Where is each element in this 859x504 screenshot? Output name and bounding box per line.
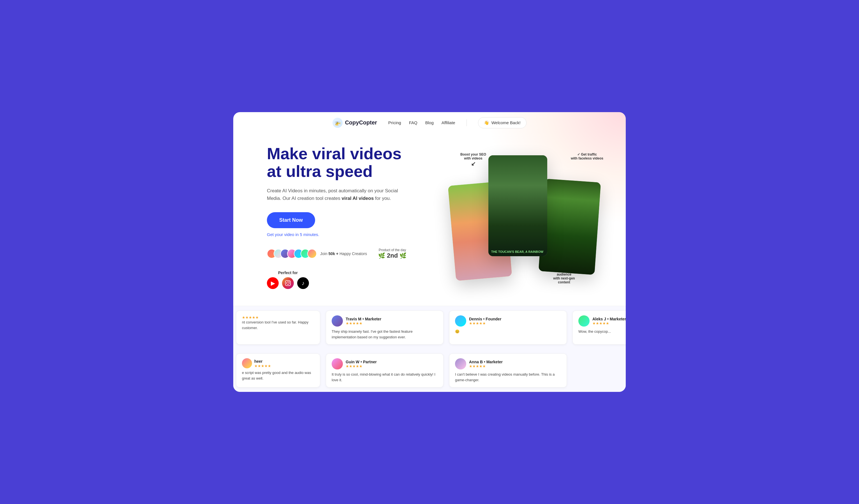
nav-cta-label: Welcome Back! xyxy=(492,120,521,125)
stars-guin: ★★★★★ xyxy=(346,364,377,368)
review-card-partial-1: ★★★★★ nt conversion tool I've used so fa… xyxy=(236,310,320,345)
social-icons: ▶ ♪ xyxy=(267,277,309,289)
avatar-guin xyxy=(332,358,343,369)
join-count: 50k + xyxy=(329,251,338,256)
text-dennis: 😊 xyxy=(455,329,561,334)
info-guin: Guin W • Partner ★★★★★ xyxy=(346,360,377,368)
pod-badge: 🌿 2nd 🌿 xyxy=(378,252,407,259)
join-text: Join 50k + Happy Creators xyxy=(320,251,367,256)
card-toucan-text: THE TOUCAN'S BEAR, A RAINBOW xyxy=(491,250,543,254)
stars-anna: ★★★★★ xyxy=(469,364,503,368)
social-proof: Join 50k + Happy Creators Product of the… xyxy=(267,248,427,289)
text-aleks: Wow, the copycop... xyxy=(578,329,626,334)
review-card-anna: Anna B • Marketer ★★★★★ I can't believe … xyxy=(449,353,567,387)
hero-right: Boost your SEOwith videos ↙ ✓ Get traffi… xyxy=(443,150,603,284)
review-header-anna: Anna B • Marketer ★★★★★ xyxy=(455,358,561,369)
nav-blog[interactable]: Blog xyxy=(425,120,434,125)
hero-section: Make viral videos at ultra speed Create … xyxy=(233,134,626,306)
annotation-seo: Boost your SEOwith videos ↙ xyxy=(460,152,486,167)
review-text-partial-1: nt conversion tool I've used so far. Hap… xyxy=(242,320,314,331)
video-card-lion xyxy=(539,179,601,275)
logo-icon: 🚁 xyxy=(332,118,343,128)
review-header-guin: Guin W • Partner ★★★★★ xyxy=(332,358,438,369)
info-aleks: Aleks J • Marketer ★★★★★ xyxy=(592,317,626,325)
laurel-left: 🌿 xyxy=(378,252,385,259)
text-guin: It truly is so cool, mind-blowing what i… xyxy=(332,372,438,383)
avatar-aleks xyxy=(578,315,590,326)
avatar-anna xyxy=(455,358,466,369)
hero-title-line2: at ultra speed xyxy=(267,162,373,180)
hero-left: Make viral videos at ultra speed Create … xyxy=(267,144,427,289)
navbar: 🚁 CopyCopter Pricing FAQ Blog Affiliate … xyxy=(233,112,626,134)
get-video-link[interactable]: Get your video in 5 minutes. xyxy=(267,232,427,237)
seo-arrow: ↙ xyxy=(460,161,486,167)
name-travis: Travis M • Marketer xyxy=(346,317,381,321)
stars-partial-1: ★★★★★ xyxy=(242,315,314,320)
pod-label: Product of the day xyxy=(379,248,406,252)
reviews-row-2: heer ★★★★★ e script was pretty good and … xyxy=(233,349,626,392)
hero-subtitle-bold: viral AI videos xyxy=(342,196,374,201)
perfect-for-label: Perfect for xyxy=(278,271,298,275)
name-guin: Guin W • Partner xyxy=(346,360,377,364)
nav-pricing[interactable]: Pricing xyxy=(388,120,401,125)
review-header-aleks: Aleks J • Marketer ★★★★★ xyxy=(578,315,626,326)
youtube-icon[interactable]: ▶ xyxy=(267,277,279,289)
creator-count: Join 50k + Happy Creators xyxy=(267,249,367,258)
stars-travis: ★★★★★ xyxy=(346,321,381,325)
review-header-travis: Travis M • Marketer ★★★★★ xyxy=(332,315,438,326)
video-card-toucan: THE TOUCAN'S BEAR, A RAINBOW xyxy=(488,155,547,256)
stars-aleks: ★★★★★ xyxy=(592,321,626,325)
join-suffix: Happy Creators xyxy=(338,251,367,256)
logo[interactable]: 🚁 CopyCopter xyxy=(332,118,377,128)
reviews-section: ★★★★★ nt conversion tool I've used so fa… xyxy=(233,306,626,392)
review-header-dennis: Dennis • Founder ★★★★★ xyxy=(455,315,561,326)
name-dennis: Dennis • Founder xyxy=(469,317,501,321)
annotation-traffic-text: ✓ Get trafficwith faceless videos xyxy=(571,152,603,161)
review-card-travis: Travis M • Marketer ★★★★★ They ship insa… xyxy=(326,310,443,345)
nav-affiliate[interactable]: Affiliate xyxy=(441,120,455,125)
nav-faq[interactable]: FAQ xyxy=(409,120,418,125)
hero-title: Make viral videos at ultra speed xyxy=(267,144,427,181)
card-toucan-inner: THE TOUCAN'S BEAR, A RAINBOW xyxy=(488,155,547,256)
annotation-traffic: ✓ Get trafficwith faceless videos xyxy=(571,152,603,161)
nav-inner: 🚁 CopyCopter Pricing FAQ Blog Affiliate … xyxy=(332,117,526,128)
info-dennis: Dennis • Founder ★★★★★ xyxy=(469,317,501,325)
svg-point-2 xyxy=(289,281,290,282)
nav-links: Pricing FAQ Blog Affiliate xyxy=(388,120,455,125)
product-of-day: Product of the day 🌿 2nd 🌿 xyxy=(378,248,407,259)
perfect-for: Perfect for ▶ ♪ xyxy=(267,271,309,289)
hero-title-line1: Make viral videos xyxy=(267,144,402,163)
avatar-7 xyxy=(307,249,317,258)
stars-dennis: ★★★★★ xyxy=(469,321,501,325)
review-card-aleks: Aleks J • Marketer ★★★★★ Wow, the copyco… xyxy=(572,310,626,345)
start-now-button[interactable]: Start Now xyxy=(267,212,315,228)
svg-point-1 xyxy=(287,282,289,285)
tiktok-icon[interactable]: ♪ xyxy=(297,277,309,289)
stars-partial-2: ★★★★★ xyxy=(254,364,271,368)
laurel-right: 🌿 xyxy=(400,252,407,259)
nav-welcome-button[interactable]: 👋 Welcome Back! xyxy=(478,117,527,128)
review-card-partial-2: heer ★★★★★ e script was pretty good and … xyxy=(236,353,320,387)
info-anna: Anna B • Marketer ★★★★★ xyxy=(469,360,503,368)
annotation-seo-text: Boost your SEOwith videos xyxy=(460,152,486,161)
text-partial-2: e script was pretty good and the audio w… xyxy=(242,370,314,381)
avatar-partial-2 xyxy=(242,358,252,368)
pod-rank: 2nd xyxy=(387,252,398,259)
text-travis: They ship insanely fast. I've got the fa… xyxy=(332,329,438,340)
avatar-group xyxy=(267,249,317,258)
text-anna: I can't believe I was creating videos ma… xyxy=(455,372,561,383)
name-partial-2: heer xyxy=(254,359,263,364)
review-card-guin: Guin W • Partner ★★★★★ It truly is so co… xyxy=(326,353,443,387)
logo-text: CopyCopter xyxy=(345,119,377,126)
page-wrapper: 🚁 CopyCopter Pricing FAQ Blog Affiliate … xyxy=(233,112,626,392)
reviews-row-1: ★★★★★ nt conversion tool I've used so fa… xyxy=(233,306,626,349)
name-aleks: Aleks J • Marketer xyxy=(592,317,626,321)
hero-subtitle-end: for you. xyxy=(374,196,391,201)
review-card-dennis: Dennis • Founder ★★★★★ 😊 xyxy=(449,310,567,345)
avatar-travis xyxy=(332,315,343,326)
hero-subtitle: Create AI Videos in minutes, post automa… xyxy=(267,187,402,202)
card-lion-inner xyxy=(539,179,601,275)
wave-icon: 👋 xyxy=(484,120,489,125)
instagram-icon[interactable] xyxy=(282,277,294,289)
info-travis: Travis M • Marketer ★★★★★ xyxy=(346,317,381,325)
